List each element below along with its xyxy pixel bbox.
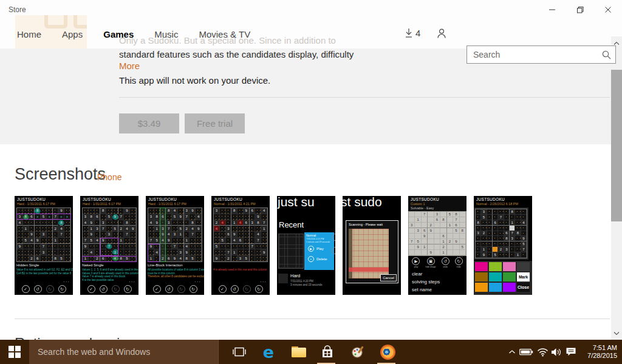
restore-button[interactable]	[566, 0, 594, 19]
taskbar-clock[interactable]: 7:51 AM 7/28/2015	[579, 340, 617, 364]
file-explorer-button[interactable]	[289, 340, 309, 364]
nav-item-games[interactable]: Games	[103, 29, 134, 39]
action-center-button[interactable]	[564, 340, 578, 364]
undo-icon: ↺	[100, 285, 108, 293]
screenshot-thumbnail-6[interactable]: st sudoScanning - Please waitCancel	[343, 196, 401, 295]
wifi-tray-button[interactable]	[535, 340, 550, 364]
sudoku-grid: 389649241463874316945467577199235	[213, 207, 268, 262]
windows-logo-icon	[9, 346, 21, 358]
screenshot-thumbnail-2[interactable]: JUSTSUDOKUHard - 1/31/2011 6:17 PM893865…	[80, 196, 138, 295]
delete-action: ▪Delete	[308, 256, 327, 262]
description-line: standard features such as the candidates…	[119, 49, 354, 59]
color-swatch	[475, 283, 488, 292]
color-swatch	[489, 272, 502, 281]
scrollbar-thumb[interactable]	[611, 70, 622, 221]
rotate-icon: ↻	[255, 285, 263, 293]
taskbar-search-input[interactable]	[29, 340, 218, 364]
tray-expand-button[interactable]	[505, 340, 519, 364]
screenshot-thumbnail-1[interactable]: JUSTSUDOKUHard - 1/31/2011 6:17 PM89386x…	[15, 196, 73, 295]
more-link[interactable]: More	[119, 61, 140, 71]
platform-filter-phone[interactable]: Phone	[97, 172, 121, 182]
downloads-button[interactable]: 4	[405, 28, 420, 38]
store-search-input[interactable]	[467, 46, 615, 63]
firefox-icon	[380, 345, 395, 360]
paint-palette-icon	[350, 345, 365, 359]
minimize-button[interactable]	[538, 0, 566, 19]
task-view-icon	[232, 346, 247, 357]
context-flyout: Normal7/31/2011 4:21 PM1 minute and 29 s…	[304, 232, 334, 270]
restore-icon	[576, 6, 584, 14]
edge-icon: e	[263, 344, 274, 360]
toolbar-label: play	[414, 266, 418, 268]
wifi-icon	[537, 348, 549, 357]
downloads-count: 4	[415, 28, 420, 38]
download-icon	[405, 28, 413, 38]
sudoku-grid: 89386x5x7xx4812493754919732685	[16, 207, 71, 262]
color-swatch	[503, 272, 516, 281]
menu-item: set name	[412, 287, 432, 292]
play-icon: ▶	[308, 246, 314, 252]
nav-item-movies-tv[interactable]: Movies & TV	[199, 29, 250, 39]
redo-icon: ↻	[455, 257, 463, 265]
sudoku-grid-wrap: 735816873216369589675129912591	[408, 211, 466, 256]
scrollbar-down-button[interactable]	[611, 329, 622, 337]
thumb-subtitle: Normal - 1/31/2011 4:21 PM	[214, 202, 256, 206]
thumb-toolbar: ▶play▣hide image↺undo↻redo	[408, 257, 466, 268]
menu-item: solving steps	[412, 279, 440, 285]
nav-item-music[interactable]: Music	[154, 29, 178, 39]
clipped-icon	[332, 247, 335, 254]
screenshot-thumbnail-3[interactable]: JUSTSUDOKUHard - 1/31/2011 6:17 PM843938…	[146, 196, 204, 295]
buy-button[interactable]: $3.49	[119, 113, 179, 133]
close-button[interactable]	[594, 0, 622, 19]
sudoku-grid-wrap: 89386x5x7xx4812493754919732685	[16, 207, 71, 262]
screen: Only a Sudoku. But a special one. Since …	[0, 0, 622, 364]
taskbar-search-box	[29, 340, 219, 364]
battery-tray-button[interactable]	[519, 340, 533, 364]
flyout-title: Normal	[306, 234, 316, 237]
color-swatch	[475, 262, 488, 271]
more-options-icon: ···	[63, 279, 70, 285]
close-button: Close	[517, 283, 530, 292]
paint-button[interactable]	[348, 340, 367, 364]
thumb-subtitle: Hard - 1/31/2011 6:17 PM	[148, 202, 186, 206]
caption-line: 4 is already used in this row and this c…	[213, 268, 267, 271]
task-view-button[interactable]	[230, 340, 249, 364]
firefox-button[interactable]	[378, 340, 397, 364]
more-options-icon: ···	[260, 279, 267, 285]
search-icon[interactable]	[601, 50, 612, 62]
redo-icon: ↻	[112, 285, 120, 293]
sudoku-grid: 735816873216369589675129912591	[408, 211, 466, 256]
account-button[interactable]	[436, 28, 447, 41]
edge-button[interactable]: e	[259, 340, 278, 364]
undo-icon: ↺	[34, 285, 42, 293]
undo-icon: ↺	[231, 285, 239, 293]
store-taskbar-button[interactable]	[318, 340, 337, 364]
sudoku-grid-wrap: 389649241463874316945467577199235	[213, 207, 268, 262]
thumb-subtitle2: Solvable - Easy	[411, 206, 434, 210]
undo-icon: ↺	[442, 257, 449, 265]
caption-line: 4 is the last possible value	[82, 278, 114, 281]
screenshot-thumbnail-4[interactable]: JUSTSUDOKUNormal - 1/31/2011 4:21 PM3896…	[211, 196, 270, 295]
scanning-dialog: Scanning - Please waitCancel	[346, 220, 398, 283]
free-trial-button[interactable]: Free trial	[185, 113, 245, 133]
mark-button: Mark	[517, 272, 530, 281]
nav-item-apps[interactable]: Apps	[62, 29, 83, 39]
window-controls	[538, 0, 622, 19]
entry-title: Hard	[290, 273, 300, 278]
panorama-title: st sudo	[343, 196, 382, 209]
screenshot-thumbnail-8[interactable]: JUSTSUDOKUNormal - 2/26/2012 6:18 PM3857…	[474, 196, 532, 295]
caption-title: Line-Block Interaction	[148, 263, 183, 267]
entry-line: 3 minutes and 19 seconds	[290, 283, 323, 286]
dialog-title: Scanning - Please wait	[349, 223, 383, 226]
screenshot-thumbnail-5[interactable]: just suRecentNormal7/31/2011 4:21 PM1 mi…	[277, 196, 335, 295]
screenshot-thumbnail-7[interactable]: JUSTSUDOKUCustom 1Solvable - Easy7358168…	[408, 196, 466, 295]
taskbar: e 7:51 AM 7/28	[0, 340, 622, 364]
battery-icon	[519, 348, 533, 356]
start-button[interactable]	[0, 340, 29, 364]
clipped-icon	[332, 234, 335, 241]
sudoku-grid: 8439386597449381375249943177549197443912…	[148, 207, 202, 262]
caption-title: Hidden Single	[16, 263, 39, 267]
volume-tray-button[interactable]	[549, 340, 564, 364]
screenshots-heading: Screenshots	[15, 165, 106, 184]
nav-item-home[interactable]: Home	[17, 29, 41, 39]
